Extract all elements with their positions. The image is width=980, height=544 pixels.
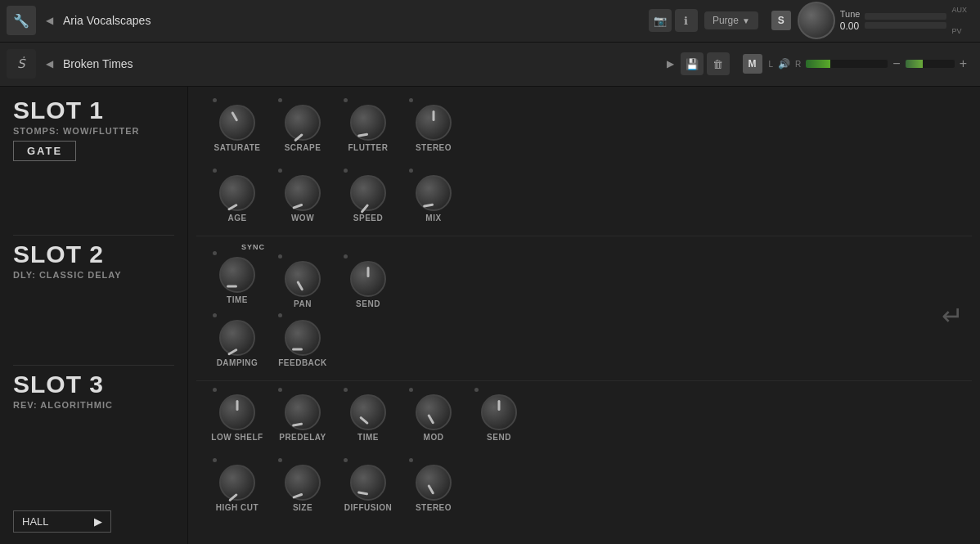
tune-label: Tune xyxy=(840,9,861,19)
feedback-knob-cell: FEEDBACK xyxy=(270,313,335,367)
mix-dot xyxy=(409,169,413,173)
wrench-icon[interactable]: 🔧 xyxy=(7,6,36,35)
size-label: SIZE xyxy=(293,503,312,512)
purge-button[interactable]: Purge▼ xyxy=(704,11,758,29)
speed-knob-cell: SPEED xyxy=(335,169,401,223)
slot2-subtitle: DLY: CLASSIC DELAY xyxy=(13,270,174,280)
diffusion-knob[interactable] xyxy=(350,465,386,501)
age-label: AGE xyxy=(227,214,246,223)
stereo-label-s3: STEREO xyxy=(416,503,452,512)
predelay-dot xyxy=(278,388,282,392)
scrape-label: SCRAPE xyxy=(285,143,321,152)
send-knob-cell: SEND xyxy=(335,243,401,308)
diffusion-label: DIFFUSION xyxy=(344,503,392,512)
flutter-dot xyxy=(344,98,348,102)
send-dot-s3 xyxy=(474,388,479,392)
stereo-dot-s3 xyxy=(409,458,413,462)
diffusion-dot xyxy=(344,458,348,462)
tune-knob[interactable] xyxy=(798,2,835,39)
feedback-knob[interactable] xyxy=(285,320,321,356)
r-label: R xyxy=(795,60,801,69)
damping-dot xyxy=(213,313,217,317)
scrape-knob[interactable] xyxy=(285,105,321,141)
slot3-title: SLOT 3 xyxy=(13,372,174,397)
flutter-label: FLUTTER xyxy=(348,143,388,152)
slot3-section: SLOT 3 REV: ALGORITHMIC xyxy=(13,372,174,415)
lowshelf-knob[interactable] xyxy=(219,394,255,430)
scrape-dot xyxy=(278,98,282,102)
gate-button[interactable]: GATE xyxy=(13,141,76,161)
sync-label: SYNC xyxy=(241,243,265,251)
time-label-s2: TIME xyxy=(227,295,248,304)
time-label-s3: TIME xyxy=(357,433,379,442)
highcut-label: HIGH CUT xyxy=(216,503,258,512)
preset-arrow-left[interactable]: ◀ xyxy=(43,55,56,73)
saturate-knob[interactable] xyxy=(219,105,255,141)
slot2-title: SLOT 2 xyxy=(13,242,174,267)
mod-label: MOD xyxy=(424,433,444,442)
preset-arrow-right[interactable]: ▶ xyxy=(663,55,677,73)
highcut-knob[interactable] xyxy=(219,465,255,501)
camera-icon[interactable]: 📷 xyxy=(649,9,672,32)
preset-name: Broken Times xyxy=(56,57,663,70)
tune-bar-1 xyxy=(865,13,946,20)
l-label: L xyxy=(769,60,774,69)
mod-knob-cell: MOD xyxy=(401,388,466,442)
mod-knob[interactable] xyxy=(416,394,452,430)
meter-segment-display xyxy=(906,60,955,68)
size-dot xyxy=(278,458,282,462)
wow-label: WOW xyxy=(291,214,314,223)
stereo-knob-s3[interactable] xyxy=(416,465,452,501)
wow-knob[interactable] xyxy=(285,175,321,211)
feedback-label: FEEDBACK xyxy=(278,358,327,367)
damping-knob[interactable] xyxy=(219,320,255,356)
mix-knob-cell: MIX xyxy=(401,169,466,223)
instrument-arrow-left[interactable]: ◀ xyxy=(43,11,56,29)
mix-knob[interactable] xyxy=(416,175,452,211)
send-knob-cell-s3: SEND xyxy=(466,388,532,442)
time-knob-cell-s2: SYNC TIME xyxy=(205,243,270,304)
slot3-subtitle: REV: ALGORITHMIC xyxy=(13,400,174,410)
s-button[interactable]: S xyxy=(771,11,791,30)
age-knob-cell: AGE xyxy=(205,169,270,223)
stereo-knob1[interactable] xyxy=(416,105,452,141)
flutter-knob[interactable] xyxy=(350,105,386,141)
age-dot xyxy=(213,169,217,173)
age-knob[interactable] xyxy=(219,175,255,211)
slot1-section: SLOT 1 STOMPS: WOW/FLUTTER GATE xyxy=(13,98,174,161)
volume-icon[interactable]: 🔊 xyxy=(778,58,790,70)
mix-label: MIX xyxy=(425,214,441,223)
return-icon[interactable]: ↵ xyxy=(942,300,964,331)
delete-preset-icon[interactable]: 🗑 xyxy=(707,52,730,75)
damping-knob-cell: DAMPING xyxy=(205,313,270,367)
meter-bar xyxy=(806,60,888,68)
time-knob-s3[interactable] xyxy=(350,394,386,430)
slot1-subtitle: STOMPS: WOW/FLUTTER xyxy=(13,126,174,136)
size-knob[interactable] xyxy=(285,465,321,501)
predelay-label: PREDELAY xyxy=(279,433,326,442)
s-logo: Ṡ xyxy=(7,49,36,79)
send-knob-s3[interactable] xyxy=(481,394,517,430)
slot2-section: SLOT 2 DLY: CLASSIC DELAY xyxy=(13,242,174,285)
speed-knob[interactable] xyxy=(350,175,386,211)
diffusion-knob-cell: DIFFUSION xyxy=(335,458,401,512)
meter-minus-btn[interactable]: − xyxy=(892,56,900,71)
send-knob[interactable] xyxy=(350,261,386,297)
hall-button[interactable]: HALL ▶ xyxy=(13,510,111,533)
save-preset-icon[interactable]: 💾 xyxy=(681,52,704,75)
predelay-knob[interactable] xyxy=(285,394,321,430)
tune-bar-2 xyxy=(865,22,946,29)
m-button[interactable]: M xyxy=(743,54,762,74)
pan-label: PAN xyxy=(294,299,312,308)
info-icon[interactable]: ℹ xyxy=(675,9,698,32)
meter-plus-btn[interactable]: + xyxy=(960,56,967,71)
feedback-dot xyxy=(278,313,282,317)
time-knob-s2[interactable] xyxy=(219,257,255,293)
size-knob-cell: SIZE xyxy=(270,458,335,512)
pv-label: PV xyxy=(951,27,967,35)
instrument-name: Aria Vocalscapes xyxy=(56,14,645,27)
lowshelf-label: LOW SHELF xyxy=(211,433,263,442)
wow-dot xyxy=(278,169,282,173)
speed-dot xyxy=(344,169,348,173)
pan-knob[interactable] xyxy=(285,261,321,297)
